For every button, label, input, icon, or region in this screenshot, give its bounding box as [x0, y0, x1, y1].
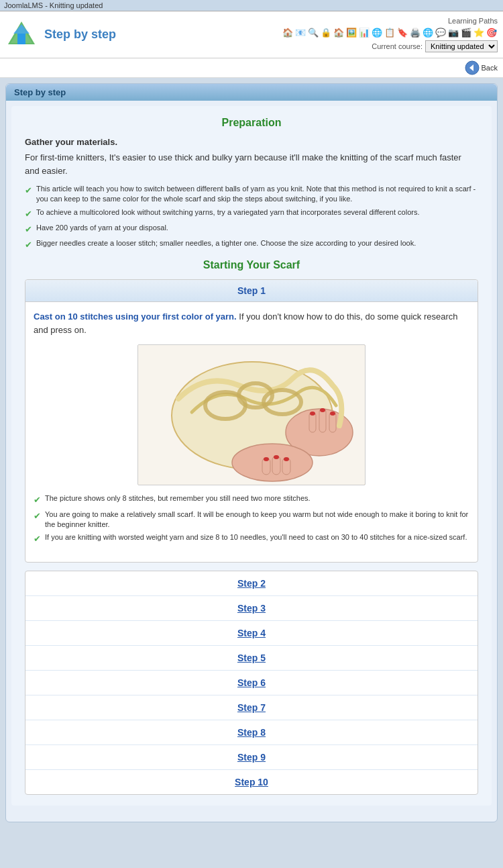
toolbar-icons: 🏠 📧 🔍 🔒 🏠 🖼️ 📊 🌐 📋 🔖 🖨️ 🌐 💬 📷 🎬 ⭐ 🎯	[282, 26, 498, 38]
camera-icon[interactable]: 📷	[447, 26, 459, 38]
step4-link[interactable]: Step 4	[25, 621, 478, 646]
back-row: Back	[0, 58, 503, 78]
preparation-bullets: ✔ This article will teach you how to swi…	[25, 184, 478, 251]
list-item: ✔ If you are knitting with worsted weigh…	[34, 532, 469, 545]
home-icon[interactable]: 🏠	[282, 26, 294, 38]
step1-instruction: Cast on 10 stitches using your first col…	[34, 310, 469, 336]
bookmark-icon[interactable]: 🔖	[396, 26, 408, 38]
svg-rect-2	[17, 34, 25, 44]
svg-point-23	[274, 455, 279, 459]
globe-icon[interactable]: 🌐	[371, 26, 383, 38]
header-right: Learning Paths 🏠 📧 🔍 🔒 🏠 🖼️ 📊 🌐 📋 🔖 🖨️ 🌐…	[282, 17, 498, 52]
bullet-text-3: Have 200 yards of yarn at your disposal.	[36, 223, 168, 233]
home2-icon[interactable]: 🏠	[333, 26, 345, 38]
learning-paths-label: Learning Paths	[448, 17, 498, 25]
panel-header: Step by step	[6, 84, 497, 101]
preparation-heading: Preparation	[25, 117, 478, 129]
step10-link[interactable]: Step 10	[25, 770, 478, 794]
title-bar: JoomlaLMS - Knitting updated	[0, 0, 503, 11]
steps-list: Step 2 Step 3 Step 4 Step 5 Step 6 Step …	[25, 571, 478, 795]
step1-bullet-icon-3: ✔	[34, 533, 41, 545]
svg-point-17	[320, 408, 325, 412]
main-wrapper: Step by step Preparation Gather your mat…	[5, 83, 498, 822]
print-icon[interactable]: 🖨️	[409, 26, 421, 38]
bullet-text-1: This article will teach you how to switc…	[36, 184, 478, 205]
step1-bullet-text-2: You are going to make a relatively small…	[45, 510, 469, 530]
header: Step by step Learning Paths 🏠 📧 🔍 🔒 🏠 🖼️…	[0, 11, 503, 58]
email-icon[interactable]: 📧	[294, 26, 306, 38]
gather-heading: Gather your materials.	[25, 137, 478, 147]
step1-bullet-text-3: If you are knitting with worsted weight …	[45, 532, 467, 542]
globe2-icon[interactable]: 🌐	[422, 26, 434, 38]
step1-instruction-bold: Cast on 10 stitches using your first col…	[34, 311, 237, 322]
video-icon[interactable]: 🎬	[460, 26, 472, 38]
list-item: ✔ Have 200 yards of yarn at your disposa…	[25, 223, 478, 236]
star-icon[interactable]: ⭐	[473, 26, 485, 38]
bullet-icon-2: ✔	[25, 208, 32, 220]
list-item: ✔ You are going to make a relatively sma…	[34, 510, 469, 530]
svg-point-18	[330, 412, 335, 416]
content-body: Preparation Gather your materials. For f…	[11, 106, 492, 806]
svg-point-16	[310, 412, 315, 416]
back-arrow-icon	[465, 60, 480, 75]
bullet-icon-4: ✔	[25, 239, 32, 251]
list-item: ✔ Bigger needles create a looser stitch;…	[25, 238, 478, 251]
title-bar-text: JoomlaLMS - Knitting updated	[4, 1, 103, 9]
step1-content: Cast on 10 stitches using your first col…	[25, 302, 478, 561]
svg-marker-3	[13, 24, 30, 34]
logo	[5, 19, 38, 51]
bullet-icon-1: ✔	[25, 185, 32, 197]
bullet-icon-3: ✔	[25, 224, 32, 236]
svg-rect-14	[319, 409, 326, 432]
step1-bullet-icon-2: ✔	[34, 510, 41, 522]
chat-icon[interactable]: 💬	[435, 26, 447, 38]
step3-link[interactable]: Step 3	[25, 596, 478, 621]
list-item: ✔ This article will teach you how to swi…	[25, 184, 478, 205]
step1-bullets: ✔ The picture shows only 8 stitches, but…	[34, 493, 469, 545]
svg-point-22	[264, 457, 269, 461]
current-course-row: Current course: Knitting updated	[372, 40, 498, 52]
step5-link[interactable]: Step 5	[25, 646, 478, 671]
starting-scarf-heading: Starting Your Scarf	[25, 259, 478, 271]
step8-link[interactable]: Step 8	[25, 720, 478, 745]
step9-link[interactable]: Step 9	[25, 745, 478, 770]
step7-link[interactable]: Step 7	[25, 695, 478, 720]
back-button[interactable]: Back	[465, 60, 498, 75]
list-item: ✔ The picture shows only 8 stitches, but…	[34, 493, 469, 506]
image-icon[interactable]: 🖼️	[345, 26, 357, 38]
yarn-svg	[138, 345, 366, 485]
target-icon[interactable]: 🎯	[486, 26, 498, 38]
step2-link[interactable]: Step 2	[25, 571, 478, 596]
back-label: Back	[482, 64, 498, 72]
list-item: ✔ To achieve a multicolored look without…	[25, 207, 478, 220]
bullet-text-4: Bigger needles create a looser stitch; s…	[36, 238, 416, 248]
step1-header: Step 1	[25, 280, 478, 302]
course-select[interactable]: Knitting updated	[425, 40, 498, 52]
chart-icon[interactable]: 📊	[358, 26, 370, 38]
search-icon[interactable]: 🔍	[307, 26, 319, 38]
current-course-label: Current course:	[372, 42, 423, 50]
intro-text: For first-time knitters, It's easier to …	[25, 151, 478, 177]
step6-link[interactable]: Step 6	[25, 671, 478, 695]
step1-bullet-text-1: The picture shows only 8 stitches, but r…	[45, 493, 311, 503]
svg-point-24	[284, 457, 289, 461]
step1-box: Step 1 Cast on 10 stitches using your fi…	[25, 279, 478, 562]
lock-icon[interactable]: 🔒	[320, 26, 332, 38]
site-title: Step by step	[44, 28, 116, 42]
clipboard-icon[interactable]: 📋	[384, 26, 396, 38]
bullet-text-2: To achieve a multicolored look without s…	[36, 207, 419, 218]
step1-image	[137, 344, 366, 485]
step1-bullet-icon-1: ✔	[34, 494, 41, 506]
